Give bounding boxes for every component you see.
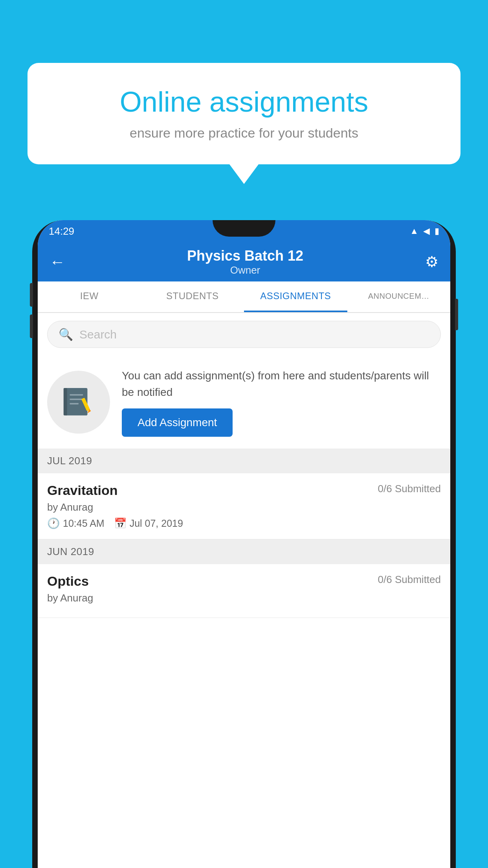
- settings-icon[interactable]: ⚙: [425, 253, 438, 270]
- phone-screen: 14:29 ▲ ◀ ▮ ← Physics Batch 12 Owner ⚙ I…: [38, 220, 450, 868]
- speech-bubble-container: Online assignments ensure more practice …: [28, 63, 460, 164]
- svg-rect-2: [70, 394, 83, 395]
- assignment-by-optics: by Anurag: [47, 592, 441, 604]
- assignment-meta-gravitation: 🕐 10:45 AM 📅 Jul 07, 2019: [47, 517, 441, 530]
- volume-up-button: [30, 283, 33, 307]
- speech-bubble-subtitle: ensure more practice for your students: [55, 125, 433, 141]
- assignment-name-optics: Optics: [47, 574, 89, 589]
- svg-rect-1: [64, 388, 67, 416]
- assignment-item-optics[interactable]: Optics 0/6 Submitted by Anurag: [38, 564, 450, 618]
- assignment-item-header-optics: Optics 0/6 Submitted: [47, 574, 441, 589]
- assignment-icon-circle: [47, 371, 110, 434]
- app-bar-title: Physics Batch 12: [187, 248, 303, 264]
- speech-bubble: Online assignments ensure more practice …: [28, 63, 460, 164]
- clock-icon: 🕐: [47, 517, 60, 530]
- signal-icon: ◀: [423, 226, 430, 236]
- assignment-submitted-optics: 0/6 Submitted: [378, 574, 441, 586]
- phone-frame: 14:29 ▲ ◀ ▮ ← Physics Batch 12 Owner ⚙ I…: [32, 220, 456, 868]
- add-assignment-info: You can add assignment(s) from here and …: [122, 368, 441, 401]
- search-placeholder[interactable]: Search: [79, 328, 117, 341]
- assignment-time: 🕐 10:45 AM: [47, 517, 105, 530]
- section-header-jun: JUN 2019: [38, 539, 450, 564]
- section-header-jul: JUL 2019: [38, 449, 450, 473]
- phone-wrapper: 14:29 ▲ ◀ ▮ ← Physics Batch 12 Owner ⚙ I…: [32, 220, 456, 868]
- assignment-name-gravitation: Gravitation: [47, 483, 117, 498]
- notebook-icon: [61, 384, 96, 420]
- back-button[interactable]: ←: [50, 253, 65, 271]
- assignment-date-value: Jul 07, 2019: [130, 518, 183, 529]
- tab-iew[interactable]: IEW: [38, 281, 141, 312]
- add-assignment-right: You can add assignment(s) from here and …: [122, 368, 441, 437]
- speech-bubble-title: Online assignments: [55, 86, 433, 118]
- tab-students[interactable]: STUDENTS: [141, 281, 244, 312]
- tab-assignments[interactable]: ASSIGNMENTS: [244, 281, 347, 312]
- assignment-date: 📅 Jul 07, 2019: [114, 517, 183, 530]
- assignment-by-gravitation: by Anurag: [47, 501, 441, 513]
- calendar-icon: 📅: [114, 517, 127, 530]
- content-area: 🔍 Search: [38, 313, 450, 868]
- assignment-submitted-gravitation: 0/6 Submitted: [378, 483, 441, 495]
- add-assignment-button[interactable]: Add Assignment: [122, 408, 233, 437]
- search-icon: 🔍: [59, 327, 73, 341]
- svg-rect-3: [70, 399, 83, 400]
- assignment-item-header: Gravitation 0/6 Submitted: [47, 483, 441, 498]
- search-bar[interactable]: 🔍 Search: [47, 321, 441, 348]
- volume-down-button: [30, 314, 33, 338]
- app-bar-center: Physics Batch 12 Owner: [187, 248, 303, 276]
- wifi-icon: ▲: [410, 226, 418, 236]
- tab-announcements[interactable]: ANNOUNCEM…: [347, 281, 451, 312]
- app-bar-subtitle: Owner: [187, 264, 303, 276]
- status-bar: 14:29 ▲ ◀ ▮: [38, 220, 450, 242]
- status-time: 14:29: [49, 225, 74, 237]
- add-assignment-section: You can add assignment(s) from here and …: [38, 356, 450, 449]
- notch: [213, 220, 275, 237]
- search-container: 🔍 Search: [38, 313, 450, 356]
- status-icons: ▲ ◀ ▮: [410, 226, 439, 236]
- assignment-time-value: 10:45 AM: [63, 518, 105, 529]
- battery-icon: ▮: [435, 226, 439, 236]
- assignment-item-gravitation[interactable]: Gravitation 0/6 Submitted by Anurag 🕐 10…: [38, 473, 450, 539]
- app-bar: ← Physics Batch 12 Owner ⚙: [38, 242, 450, 281]
- tabs-bar: IEW STUDENTS ASSIGNMENTS ANNOUNCEM…: [38, 281, 450, 313]
- svg-rect-4: [70, 403, 79, 404]
- power-button: [455, 299, 458, 330]
